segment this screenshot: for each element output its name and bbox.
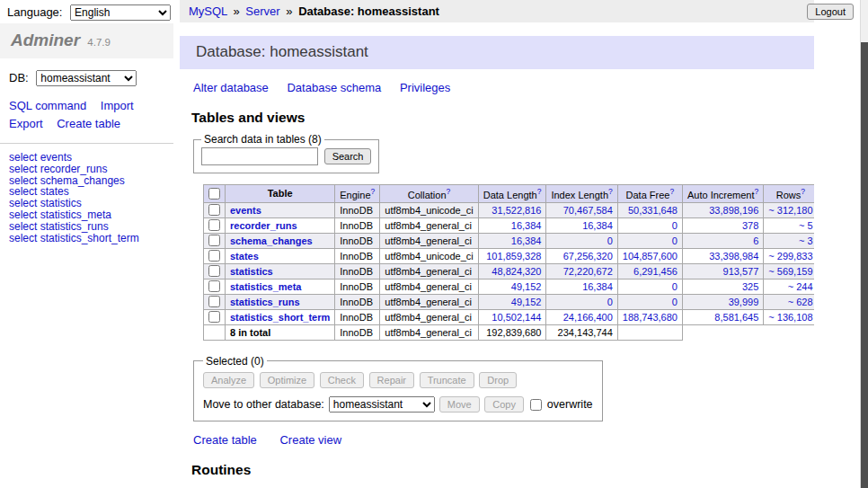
- search-button[interactable]: Search: [324, 148, 372, 164]
- sidebar-table-link[interactable]: select statistics_short_term: [9, 233, 164, 244]
- data-length-link[interactable]: 49,152: [511, 281, 542, 292]
- help-link[interactable]: ?: [755, 187, 759, 196]
- sidebar-table-link[interactable]: select statistics_runs: [9, 221, 164, 233]
- table-name-link[interactable]: events: [230, 205, 261, 216]
- overwrite-label[interactable]: overwrite: [547, 398, 593, 411]
- help-link[interactable]: ?: [669, 187, 674, 196]
- index-length-link[interactable]: 0: [607, 297, 613, 307]
- row-checkbox[interactable]: [208, 250, 220, 262]
- copy-button[interactable]: Copy: [484, 396, 524, 413]
- auto-increment-link[interactable]: 33,898,196: [709, 205, 758, 216]
- rows-count-link[interactable]: ~ 628: [788, 297, 813, 307]
- auto-increment-link[interactable]: 325: [742, 281, 758, 292]
- create-table-link[interactable]: Create table: [193, 433, 257, 447]
- rows-count-link[interactable]: ~ 5: [799, 220, 813, 231]
- table-name-link[interactable]: statistics: [230, 266, 273, 277]
- row-checkbox[interactable]: [208, 219, 220, 231]
- auto-increment-link[interactable]: 8,581,645: [714, 312, 758, 323]
- rows-count-link[interactable]: ~ 569,159: [768, 266, 812, 277]
- breadcrumb-server-link[interactable]: Server: [245, 4, 279, 18]
- data-free-link[interactable]: 6,291,456: [633, 266, 678, 277]
- overwrite-checkbox[interactable]: [530, 399, 542, 411]
- drop-button[interactable]: Drop: [479, 372, 517, 388]
- alter-database-link[interactable]: Alter database: [193, 81, 269, 94]
- row-checkbox[interactable]: [208, 296, 220, 307]
- help-link[interactable]: ?: [447, 187, 451, 196]
- breadcrumb-mysql-link[interactable]: MySQL: [189, 4, 227, 18]
- rows-count-link[interactable]: ~ 3: [799, 235, 813, 246]
- sidebar-table-link[interactable]: select statistics_meta: [9, 209, 164, 221]
- help-link[interactable]: ?: [537, 187, 542, 196]
- logout-button[interactable]: Logout: [807, 4, 854, 20]
- table-name-link[interactable]: statistics_short_term: [230, 312, 330, 323]
- data-free-link[interactable]: 50,331,648: [628, 205, 678, 216]
- row-checkbox[interactable]: [208, 311, 220, 323]
- search-input[interactable]: [201, 147, 318, 165]
- index-length-link[interactable]: 67,256,320: [563, 251, 613, 262]
- data-length-link[interactable]: 16,384: [511, 220, 542, 231]
- auto-increment-link[interactable]: 6: [753, 235, 758, 246]
- index-length-link[interactable]: 24,166,400: [563, 312, 613, 323]
- auto-increment-link[interactable]: 913,577: [723, 266, 759, 277]
- data-free-link[interactable]: 0: [672, 297, 678, 307]
- index-length-link[interactable]: 70,467,584: [563, 205, 613, 216]
- sidebar-table-link[interactable]: select events: [9, 152, 164, 164]
- data-length-link[interactable]: 16,384: [511, 235, 542, 246]
- data-free-link[interactable]: 104,857,600: [623, 251, 678, 262]
- row-checkbox[interactable]: [208, 265, 220, 277]
- privileges-link[interactable]: Privileges: [400, 81, 450, 94]
- index-length-link[interactable]: 72,220,672: [563, 266, 613, 277]
- data-length-link[interactable]: 49,152: [511, 297, 542, 307]
- help-link[interactable]: ?: [801, 187, 805, 196]
- analyze-button[interactable]: Analyze: [203, 372, 254, 388]
- data-free-link[interactable]: 0: [672, 281, 678, 292]
- table-name-link[interactable]: states: [230, 251, 259, 262]
- table-name-cell: recorder_runs: [226, 217, 335, 233]
- row-checkbox[interactable]: [208, 280, 220, 292]
- rows-count-link[interactable]: ~ 244: [788, 281, 813, 292]
- table-name-link[interactable]: schema_changes: [230, 235, 313, 246]
- table-name-link[interactable]: statistics_runs: [230, 297, 300, 307]
- table-name-link[interactable]: statistics_meta: [230, 281, 302, 292]
- check-button[interactable]: Check: [320, 372, 364, 388]
- scrollbar-thumb[interactable]: [861, 42, 868, 488]
- help-link[interactable]: ?: [608, 187, 613, 196]
- data-length-link[interactable]: 48,824,320: [492, 266, 541, 277]
- export-link[interactable]: Export: [9, 117, 43, 130]
- data-free-link[interactable]: 0: [672, 235, 678, 246]
- auto-increment-link[interactable]: 39,999: [729, 297, 759, 307]
- move-db-select[interactable]: homeassistant: [329, 396, 435, 413]
- sidebar-table-link[interactable]: select recorder_runs: [9, 164, 164, 175]
- optimize-button[interactable]: Optimize: [260, 372, 314, 388]
- index-length-link[interactable]: 16,384: [582, 281, 613, 292]
- truncate-button[interactable]: Truncate: [420, 372, 474, 388]
- sql-command-link[interactable]: SQL command: [9, 99, 86, 112]
- db-select[interactable]: homeassistant: [36, 70, 137, 86]
- import-link[interactable]: Import: [101, 99, 134, 112]
- help-link[interactable]: ?: [371, 187, 376, 196]
- rows-count-link[interactable]: ~ 136,108: [768, 312, 812, 323]
- data-length-link[interactable]: 101,859,328: [486, 251, 541, 262]
- auto-increment-link[interactable]: 378: [742, 220, 758, 231]
- data-free-link[interactable]: 0: [672, 220, 678, 231]
- index-length-link[interactable]: 0: [607, 235, 613, 246]
- database-schema-link[interactable]: Database schema: [287, 81, 381, 94]
- data-free-link[interactable]: 188,743,680: [623, 312, 678, 323]
- adminer-logo-link[interactable]: Adminer: [11, 31, 80, 49]
- move-button[interactable]: Move: [439, 396, 480, 413]
- rows-count-link[interactable]: ~ 299,833: [768, 251, 812, 262]
- scrollbar[interactable]: [860, 0, 868, 488]
- data-length-link[interactable]: 10,502,144: [492, 312, 541, 323]
- select-all-checkbox[interactable]: [208, 188, 220, 200]
- create-view-link[interactable]: Create view: [279, 433, 341, 447]
- table-name-link[interactable]: recorder_runs: [230, 220, 297, 231]
- data-length-link[interactable]: 31,522,816: [492, 205, 541, 216]
- rows-count-link[interactable]: ~ 312,180: [768, 205, 812, 216]
- row-checkbox[interactable]: [208, 235, 220, 246]
- row-checkbox[interactable]: [208, 204, 220, 216]
- language-select[interactable]: English: [70, 4, 171, 21]
- auto-increment-link[interactable]: 33,398,984: [709, 251, 758, 262]
- index-length-link[interactable]: 16,384: [582, 220, 613, 231]
- create-table-sidebar-link[interactable]: Create table: [57, 117, 120, 130]
- repair-button[interactable]: Repair: [369, 372, 414, 388]
